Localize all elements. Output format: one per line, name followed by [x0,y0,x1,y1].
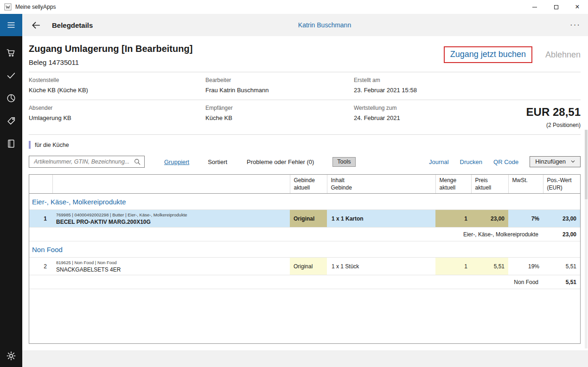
positions-toolbar: Gruppiert Sortiert Probleme oder Fehler … [29,156,581,168]
article-meta: 769985 | 04000492002298 | Butter | Eier-… [56,212,286,217]
article-name: BECEL PRO-AKTIV MARG.200X10G [56,219,286,225]
document-number: Beleg 14735011 [29,58,192,66]
article-meta: 819625 | Non Food | Non Food [56,260,286,265]
cell-artikel: 769985 | 04000492002298 | Butter | Eier-… [52,210,290,228]
cell-inhalt: 1 x 1 Karton [327,210,435,228]
col-pos [29,175,52,194]
tools-button[interactable]: Tools [332,157,355,167]
group-subtotal-row: Eier-, Käse-, Molkereiprodukte 23,00 [29,228,580,241]
minimize-button[interactable] [524,0,545,14]
article-search-box [29,156,145,168]
ablehnen-button[interactable]: Ablehnen [545,50,581,60]
meta-wertstellung: Wertstellung zum 24. Februar 2021 [354,105,526,128]
gruppiert-toggle[interactable]: Gruppiert [164,158,189,165]
cell-inhalt: 1 x 1 Stück [327,258,435,275]
cell-mwst: 7% [508,210,543,228]
position-count: (2 Positionen) [526,122,581,128]
document-title: Zugang Umlagerung [In Bearbeitung] [29,44,192,54]
total-amount: EUR 28,51 [526,106,581,119]
qr-code-link[interactable]: QR Code [493,158,518,165]
tag-icon [6,116,16,126]
group-header-row[interactable]: Non Food [29,241,580,258]
meta-empfaenger: Empfänger Küche KB [205,105,354,128]
cell-preis[interactable]: 23,00 [471,210,508,228]
table-row[interactable]: 2 819625 | Non Food | Non Food SNACKGABE… [29,258,580,275]
document-actions: Zugang jetzt buchen Ablehnen [444,46,581,63]
main-area: Belegdetails Katrin Buschmann ··· Zugang… [22,14,588,367]
col-artikel [52,175,290,194]
current-user-link[interactable]: Katrin Buschmann [298,21,351,29]
col-wert: Pos.-Wert(EUR) [543,175,580,194]
window-title: Meine sellyApps [15,4,56,10]
close-button[interactable]: × [567,0,588,14]
article-search-input[interactable] [33,158,134,165]
toolbar-right-group: Journal Drucken QR Code Hinzufügen [429,156,581,167]
journal-link[interactable]: Journal [429,158,449,165]
document-header: Zugang Umlagerung [In Bearbeitung] Beleg… [29,43,581,66]
article-name: SNACKGABELSETS 4ER [56,266,286,273]
drucken-link[interactable]: Drucken [460,158,482,165]
col-mwst: MwSt. [508,175,543,194]
hamburger-icon [6,20,16,30]
sidebar-items [6,47,17,149]
col-inhalt: InhaltGebinde [327,175,435,194]
cell-mwst: 19% [508,258,543,275]
group-header-row[interactable]: Eier-, Käse-, Molkereiprodukte [29,194,580,210]
chevron-down-icon [570,158,576,165]
document-note: für die Küche [29,141,581,149]
cart-icon [6,48,16,58]
close-icon: × [575,3,579,11]
search-icon[interactable] [134,158,141,165]
page-title: Belegdetails [52,21,93,29]
group-subtotal-row: Non Food 5,51 [29,275,580,289]
col-gebinde: Gebindeaktuell [290,175,327,194]
footer-strip [22,350,588,367]
meta-bearbeiter: Bearbeiter Frau Katrin Buschmann [205,77,354,94]
cell-pos: 1 [29,210,52,228]
meta-kostenstelle: Kostenstelle Küche KB (Küche KB) [29,77,205,94]
cell-artikel: 819625 | Non Food | Non Food SNACKGABELS… [52,258,290,275]
note-marker [29,141,31,149]
subtotal-value: 5,51 [543,275,580,289]
table-header: Gebindeaktuell InhaltGebinde Mengeaktuel… [29,175,580,194]
table-row[interactable]: 1 769985 | 04000492002298 | Butter | Eie… [29,210,580,228]
sidebar-item-aufgaben[interactable] [6,70,17,81]
document-total-block: EUR 28,51 (2 Positionen) [526,105,581,128]
back-arrow-icon [31,20,41,31]
probleme-filter[interactable]: Probleme oder Fehler (0) [247,158,314,165]
sidebar-item-auswertung[interactable] [6,93,17,104]
book-icon [6,139,16,149]
more-options-button[interactable]: ··· [570,20,581,30]
subtotal-label: Eier-, Käse-, Molkereiprodukte [29,228,543,241]
note-text: für die Küche [35,142,69,148]
sidebar-item-preise[interactable] [6,115,17,127]
cell-preis[interactable]: 5,51 [471,258,508,275]
sidebar-item-belege[interactable] [6,138,17,149]
app-logo-icon [4,3,12,11]
positions-table: Gebindeaktuell InhaltGebinde Mengeaktuel… [29,174,581,344]
maximize-icon [554,5,558,9]
cell-menge[interactable]: 1 [435,210,471,228]
menu-button[interactable] [0,14,22,36]
cell-menge[interactable]: 1 [435,258,471,275]
sortiert-toggle[interactable]: Sortiert [208,158,227,165]
window-titlebar: Meine sellyApps × [0,0,588,14]
page-appbar: Belegdetails Katrin Buschmann ··· [22,14,588,36]
col-menge: Mengeaktuell [435,175,471,194]
meta-erstellt-am: Erstellt am 23. Februar 2021 15:58 [354,77,581,94]
check-icon [6,70,16,81]
back-button[interactable] [30,19,42,31]
scrollbar-thumb[interactable] [585,130,588,199]
table-empty-area [29,289,580,344]
sidebar-item-warenkorb[interactable] [6,47,17,58]
cell-wert: 5,51 [543,258,580,275]
zugang-buchen-button[interactable]: Zugang jetzt buchen [444,46,532,63]
vertical-scrollbar[interactable] [585,130,588,348]
col-preis: Preisaktuell [471,175,508,194]
hinzufuegen-dropdown[interactable]: Hinzufügen [530,156,581,167]
cell-gebinde[interactable]: Original [290,258,327,275]
maximize-button[interactable] [545,0,567,14]
sidebar-item-settings[interactable] [6,350,17,361]
cell-gebinde[interactable]: Original [290,210,327,228]
meta-row-2: Absender Umlagerung KB Empfänger Küche K… [29,100,581,134]
